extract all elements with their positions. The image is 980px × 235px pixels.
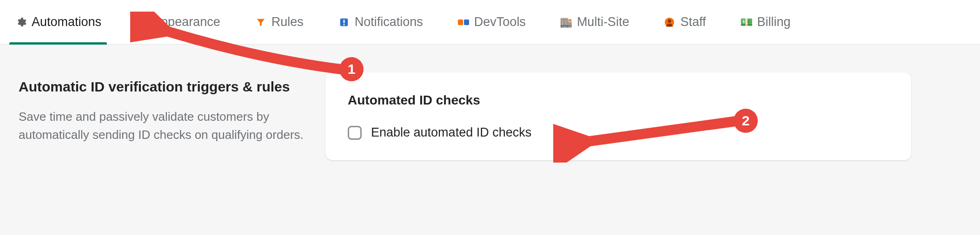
store-icon: 🏬 bbox=[560, 16, 572, 28]
card-title: Automated ID checks bbox=[348, 93, 889, 108]
tab-multisite[interactable]: 🏬 Multi-Site bbox=[555, 0, 635, 45]
section-title: Automatic ID verification triggers & rul… bbox=[19, 77, 307, 97]
checkbox-label: Enable automated ID checks bbox=[371, 125, 531, 140]
tab-staff[interactable]: Staff bbox=[658, 0, 711, 45]
svg-rect-1 bbox=[343, 20, 344, 23]
tab-label: DevTools bbox=[474, 15, 526, 29]
tab-appearance[interactable]: 🎨 Appearance bbox=[130, 0, 226, 45]
notification-icon bbox=[338, 16, 350, 28]
svg-point-6 bbox=[668, 19, 671, 22]
tab-label: Multi-Site bbox=[577, 15, 629, 29]
tabs-bar: Automations 🎨 Appearance Rules Notificat… bbox=[0, 0, 980, 45]
tab-label: Rules bbox=[271, 15, 304, 29]
section-description: Save time and passively validate custome… bbox=[19, 108, 307, 144]
palette-icon: 🎨 bbox=[136, 16, 148, 28]
enable-automated-checks-row[interactable]: Enable automated ID checks bbox=[348, 125, 889, 140]
funnel-icon bbox=[255, 16, 267, 28]
content-area: Automatic ID verification triggers & rul… bbox=[0, 45, 980, 179]
gear-icon bbox=[15, 16, 27, 28]
tab-automations[interactable]: Automations bbox=[9, 0, 107, 45]
svg-rect-2 bbox=[343, 24, 344, 25]
staff-icon bbox=[663, 16, 675, 28]
tab-rules[interactable]: Rules bbox=[249, 0, 309, 45]
section-intro: Automatic ID verification triggers & rul… bbox=[19, 72, 307, 160]
tab-billing[interactable]: 💵 Billing bbox=[735, 0, 796, 45]
tab-label: Appearance bbox=[152, 15, 220, 29]
tab-label: Staff bbox=[680, 15, 706, 29]
tab-notifications[interactable]: Notifications bbox=[332, 0, 429, 45]
tab-label: Billing bbox=[757, 15, 790, 29]
devtools-icon bbox=[457, 16, 470, 28]
svg-rect-4 bbox=[464, 20, 469, 25]
tab-label: Notifications bbox=[355, 15, 423, 29]
tab-label: Automations bbox=[32, 15, 101, 29]
billing-icon: 💵 bbox=[740, 16, 752, 28]
svg-rect-3 bbox=[458, 20, 463, 25]
automated-id-checks-card: Automated ID checks Enable automated ID … bbox=[325, 72, 911, 160]
enable-automated-checks-checkbox[interactable] bbox=[348, 126, 362, 140]
tab-devtools[interactable]: DevTools bbox=[452, 0, 531, 45]
